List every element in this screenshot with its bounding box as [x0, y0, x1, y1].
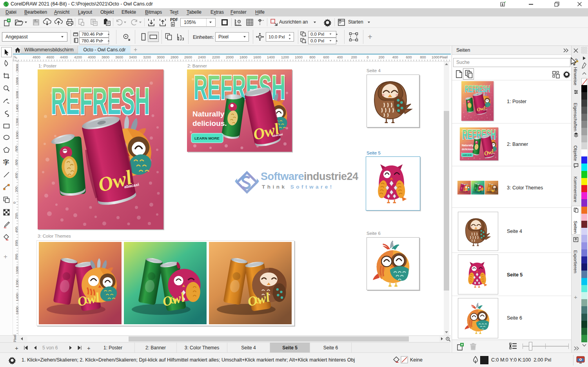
svg-text:y: y — [305, 41, 307, 44]
svg-text:x: x — [305, 34, 307, 37]
